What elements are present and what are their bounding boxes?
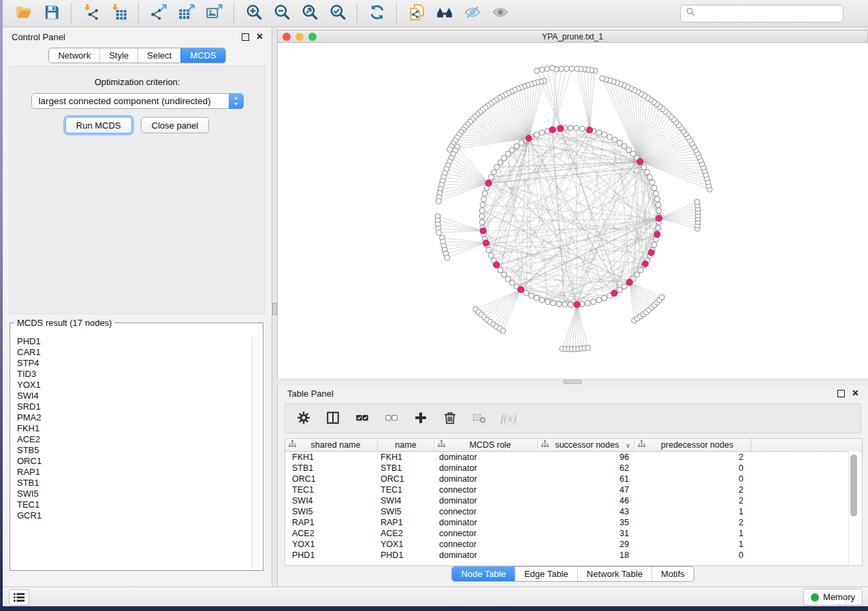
- graph-leaf-node[interactable]: [447, 147, 453, 152]
- graph-node[interactable]: [480, 202, 485, 208]
- table-row[interactable]: ACE2ACE2connector311: [285, 528, 862, 539]
- column-header-predecessor-nodes[interactable]: predecessor nodes: [634, 439, 752, 451]
- mcds-result-item[interactable]: CAR1: [17, 347, 251, 358]
- mcds-result-item[interactable]: TEC1: [17, 499, 251, 510]
- graph-node[interactable]: [602, 132, 607, 137]
- graph-node[interactable]: [602, 295, 607, 301]
- graph-hub-node[interactable]: [494, 262, 500, 268]
- task-history-button[interactable]: [9, 589, 29, 606]
- vertical-splitter[interactable]: [272, 27, 277, 587]
- graph-node[interactable]: [591, 299, 596, 305]
- add-column-button[interactable]: [413, 410, 429, 427]
- graph-leaf-node[interactable]: [436, 199, 441, 204]
- mcds-result-item[interactable]: GCR1: [17, 510, 251, 521]
- graph-leaf-node[interactable]: [545, 66, 550, 71]
- memory-button[interactable]: Memory: [803, 589, 863, 606]
- close-panel-icon[interactable]: ×: [257, 31, 263, 42]
- graph-node[interactable]: [486, 248, 492, 253]
- mcds-result-item[interactable]: PMA2: [17, 412, 251, 423]
- graph-node[interactable]: [626, 147, 632, 152]
- mcds-result-item[interactable]: YOX1: [17, 380, 251, 391]
- graph-leaf-node[interactable]: [585, 345, 591, 350]
- graph-hub-node[interactable]: [558, 125, 564, 131]
- tab-network[interactable]: Network: [49, 48, 99, 63]
- close-mcds-panel-button[interactable]: Close panel: [141, 117, 210, 133]
- tab-edge-table[interactable]: Edge Table: [515, 567, 577, 581]
- table-row[interactable]: RAP1RAP1dominator352: [285, 517, 862, 528]
- graph-node[interactable]: [501, 272, 507, 278]
- mcds-result-item[interactable]: FKH1: [17, 423, 251, 434]
- column-header-successor-nodes[interactable]: successor nodes∨: [538, 439, 634, 451]
- import-table-button[interactable]: [105, 2, 133, 25]
- graph-node[interactable]: [551, 301, 556, 306]
- graph-node[interactable]: [479, 208, 485, 214]
- open-session-button[interactable]: [10, 2, 37, 25]
- graph-node[interactable]: [556, 301, 562, 307]
- mcds-result-item[interactable]: STP4: [17, 358, 251, 369]
- graph-node[interactable]: [649, 180, 655, 185]
- graph-hub-node[interactable]: [480, 228, 486, 234]
- graph-node[interactable]: [612, 137, 617, 142]
- graph-node[interactable]: [652, 185, 657, 191]
- zoom-in-button[interactable]: [240, 2, 268, 25]
- graph-node[interactable]: [638, 267, 643, 273]
- mcds-result-item[interactable]: ORC1: [17, 456, 251, 467]
- table-row[interactable]: FKH1FKH1dominator962: [285, 452, 862, 463]
- mcds-result-list[interactable]: PHD1CAR1STP4TID3YOX1SWI4SRD1PMA2FKH1ACE2…: [12, 336, 251, 569]
- save-session-button[interactable]: [37, 2, 65, 25]
- table-scrollbar-thumb[interactable]: [850, 455, 857, 516]
- criterion-select[interactable]: largest connected component (undirected): [31, 93, 244, 109]
- graph-leaf-node[interactable]: [539, 67, 545, 72]
- graph-node[interactable]: [634, 272, 640, 278]
- graph-leaf-node[interactable]: [564, 66, 569, 71]
- float-table-panel-icon[interactable]: [837, 390, 845, 397]
- table-row[interactable]: SWI5SWI5connector431: [285, 506, 862, 517]
- horizontal-splitter-handle[interactable]: [563, 380, 582, 384]
- column-header-MCDS-role[interactable]: MCDS role: [434, 439, 538, 451]
- graph-hub-node[interactable]: [517, 286, 524, 293]
- mcds-result-item[interactable]: ACE2: [17, 434, 251, 445]
- graph-node[interactable]: [585, 301, 590, 306]
- graph-hub-node[interactable]: [648, 250, 654, 256]
- graph-node[interactable]: [568, 125, 573, 131]
- table-scrollbar[interactable]: [848, 451, 859, 565]
- graph-node[interactable]: [505, 151, 511, 156]
- graph-node[interactable]: [494, 165, 500, 170]
- select-all-button[interactable]: [354, 410, 370, 427]
- table-row[interactable]: STB1STB1dominator620: [285, 463, 862, 474]
- tab-node-table[interactable]: Node Table: [452, 567, 515, 581]
- mcds-result-item[interactable]: SWI4: [17, 391, 251, 401]
- delete-column-button[interactable]: [442, 410, 458, 427]
- graph-node[interactable]: [498, 267, 503, 273]
- graph-node[interactable]: [509, 280, 515, 286]
- column-header-name[interactable]: name: [378, 439, 434, 451]
- graph-hub-node[interactable]: [637, 159, 643, 165]
- graph-node[interactable]: [617, 140, 622, 146]
- graph-node[interactable]: [607, 134, 613, 139]
- graph-node[interactable]: [656, 225, 661, 231]
- graph-leaf-node[interactable]: [694, 199, 700, 205]
- graph-hub-node[interactable]: [587, 127, 593, 133]
- run-mcds-button[interactable]: Run MCDS: [65, 117, 132, 133]
- graph-node[interactable]: [568, 302, 573, 308]
- graph-node[interactable]: [519, 140, 524, 146]
- horizontal-splitter[interactable]: [277, 378, 868, 385]
- graph-hub-node[interactable]: [654, 231, 660, 237]
- mcds-list-scrollbar[interactable]: [251, 336, 261, 569]
- graph-node[interactable]: [596, 130, 602, 135]
- tab-mcds[interactable]: MCDS: [180, 48, 225, 63]
- graph-hub-node[interactable]: [642, 261, 648, 267]
- clone-network-button[interactable]: [402, 2, 430, 25]
- tab-network-table[interactable]: Network Table: [577, 567, 652, 581]
- zoom-selected-button[interactable]: [323, 2, 351, 25]
- export-table-button[interactable]: [172, 2, 200, 25]
- export-network-button[interactable]: [144, 2, 172, 25]
- graph-node[interactable]: [654, 191, 659, 196]
- tab-motifs[interactable]: Motifs: [652, 567, 694, 581]
- graph-hub-node[interactable]: [485, 180, 492, 186]
- zoom-out-button[interactable]: [268, 2, 295, 25]
- graph-hub-node[interactable]: [656, 215, 662, 221]
- graph-node[interactable]: [491, 169, 496, 175]
- graph-leaf-node[interactable]: [549, 65, 555, 71]
- graph-node[interactable]: [622, 284, 627, 289]
